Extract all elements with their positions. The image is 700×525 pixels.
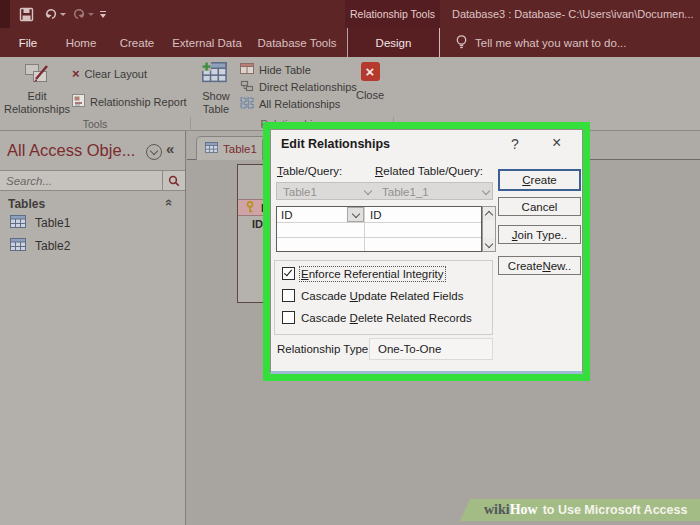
tab-design[interactable]: Design <box>347 28 440 57</box>
relationship-report-icon <box>72 94 85 109</box>
checkbox-checked-icon[interactable] <box>282 267 295 280</box>
tab-design-label: Design <box>376 37 412 49</box>
direct-relationships-button[interactable]: Direct Relationships <box>240 80 357 94</box>
clear-layout-button[interactable]: × Clear Layout <box>72 67 147 80</box>
doc-tab-table1[interactable]: Table1 <box>196 136 266 160</box>
checkbox-label: Cascade Delete Related Records <box>301 312 472 324</box>
join-type-button[interactable]: Join Type.. <box>498 225 581 244</box>
ribbon-group-tools-label: Tools <box>55 118 135 130</box>
tab-home[interactable]: Home <box>56 28 106 57</box>
lightbulb-icon <box>455 34 468 51</box>
create-button[interactable]: Create <box>498 169 581 191</box>
relationship-type-value: One-To-One <box>369 338 493 360</box>
show-table-button[interactable]: Show Table <box>196 60 236 116</box>
chevron-down-icon[interactable] <box>482 187 490 195</box>
redo-icon[interactable] <box>72 6 94 22</box>
app-corner <box>0 0 10 28</box>
all-relationships-button[interactable]: All Relationships <box>240 97 340 111</box>
nav-item-label: Table2 <box>35 239 70 253</box>
relationship-type-text: One-To-One <box>378 343 441 355</box>
tab-external-data[interactable]: External Data <box>168 28 246 57</box>
relationship-report-button[interactable]: Relationship Report <box>72 94 187 109</box>
direct-relationships-icon <box>240 80 254 94</box>
grid-scrollbar[interactable] <box>482 206 496 252</box>
watermark-wiki: wiki <box>484 502 510 518</box>
cascade-delete-checkbox[interactable]: Cascade Delete Related Records <box>282 311 472 324</box>
window-title: Database3 : Database- C:\Users\ivan\Docu… <box>452 0 694 28</box>
ribbon-tab-row: File Home Create External Data Database … <box>0 28 700 57</box>
nav-item-table1[interactable]: Table1 <box>10 215 70 231</box>
clear-layout-icon: × <box>72 67 80 80</box>
related-table-query-label: Related Table/Query: <box>375 165 483 177</box>
enforce-referential-integrity-checkbox[interactable]: Enforce Referential Integrity <box>282 267 444 280</box>
access-window: Relationship Tools Database3 : Database-… <box>0 0 700 525</box>
relationship-type-label: Relationship Type: <box>277 343 371 355</box>
table-icon <box>10 238 26 254</box>
close-icon: × <box>361 62 380 81</box>
checkbox-unchecked-icon[interactable] <box>282 311 295 324</box>
tab-database-tools[interactable]: Database Tools <box>252 28 342 57</box>
all-relationships-label: All Relationships <box>259 98 340 110</box>
ribbon: Edit Relationships × Clear Layout Relati… <box>0 57 700 131</box>
checkbox-label: Cascade Update Related Fields <box>301 290 463 302</box>
cancel-button[interactable]: Cancel <box>498 197 581 216</box>
tellme-label: Tell me what you want to do... <box>475 37 627 49</box>
table-icon <box>10 215 26 231</box>
all-relationships-icon <box>240 97 254 111</box>
watermark-how: How <box>510 502 538 518</box>
wikihow-watermark: wikiHow to Use Microsoft Access <box>460 499 700 521</box>
show-table-label: Show Table <box>196 90 236 116</box>
table-query-label: Table/Query: <box>277 165 342 177</box>
close-button[interactable]: × Close <box>348 62 392 102</box>
related-table-query-select[interactable]: Table1_1 <box>382 186 429 198</box>
collapse-section-icon[interactable]: « <box>162 199 177 206</box>
clear-layout-label: Clear Layout <box>85 68 147 80</box>
tellme-box[interactable]: Tell me what you want to do... <box>455 28 627 57</box>
dialog-help-button[interactable]: ? <box>511 136 519 152</box>
chevron-down-icon[interactable] <box>364 187 372 195</box>
show-table-icon <box>202 60 230 90</box>
search-placeholder: Search... <box>0 175 162 187</box>
contextual-tab-label: Relationship Tools <box>350 8 435 20</box>
save-icon[interactable] <box>19 6 34 22</box>
dialog-title: Edit Relationships <box>281 137 390 151</box>
grid-cell-right[interactable]: ID <box>370 209 382 221</box>
edit-relationships-dialog: Edit Relationships ? × Table/Query: Rela… <box>270 129 583 374</box>
grid-dropdown-button[interactable] <box>347 207 364 222</box>
tab-create[interactable]: Create <box>112 28 162 57</box>
create-new-button[interactable]: Create New.. <box>498 256 581 275</box>
nav-item-table2[interactable]: Table2 <box>10 238 70 254</box>
nav-menu-icon[interactable] <box>146 144 162 160</box>
dialog-close-icon[interactable]: × <box>552 134 561 152</box>
checkbox-label: Enforce Referential Integrity <box>301 268 444 280</box>
scroll-down-icon[interactable] <box>483 238 495 251</box>
hide-table-icon <box>240 63 254 76</box>
field-name: ID <box>252 218 263 230</box>
nav-section-tables[interactable]: Tables <box>8 197 45 211</box>
doc-tab-label: Table1 <box>223 143 257 155</box>
tab-file[interactable]: File <box>8 28 48 57</box>
key-icon <box>245 201 255 215</box>
customize-qat-icon[interactable] <box>100 6 106 22</box>
table-query-combos: Table1 Table1_1 <box>276 182 493 200</box>
nav-item-label: Table1 <box>35 216 70 230</box>
table-query-select[interactable]: Table1 <box>283 186 317 198</box>
checkbox-unchecked-icon[interactable] <box>282 289 295 302</box>
search-box[interactable]: Search... <box>0 170 185 191</box>
hide-table-label: Hide Table <box>259 64 311 76</box>
edit-relationships-button[interactable]: Edit Relationships <box>2 60 72 116</box>
navigation-pane: All Access Obje... « Search... Tables « … <box>0 131 186 525</box>
relationship-report-label: Relationship Report <box>90 96 187 108</box>
field-mapping-grid[interactable]: ID ID <box>276 206 482 252</box>
scroll-up-icon[interactable] <box>483 207 495 220</box>
contextual-tab-header: Relationship Tools <box>345 0 440 28</box>
cascade-update-checkbox[interactable]: Cascade Update Related Fields <box>282 289 463 302</box>
shutter-bar-close-icon[interactable]: « <box>166 140 174 157</box>
undo-icon[interactable] <box>44 6 66 22</box>
search-icon[interactable] <box>162 171 185 190</box>
grid-cell-left[interactable]: ID <box>281 209 293 221</box>
close-label: Close <box>356 89 384 102</box>
edit-relationships-label: Edit Relationships <box>2 90 72 116</box>
title-bar: Relationship Tools Database3 : Database-… <box>0 0 700 28</box>
hide-table-button[interactable]: Hide Table <box>240 63 311 76</box>
